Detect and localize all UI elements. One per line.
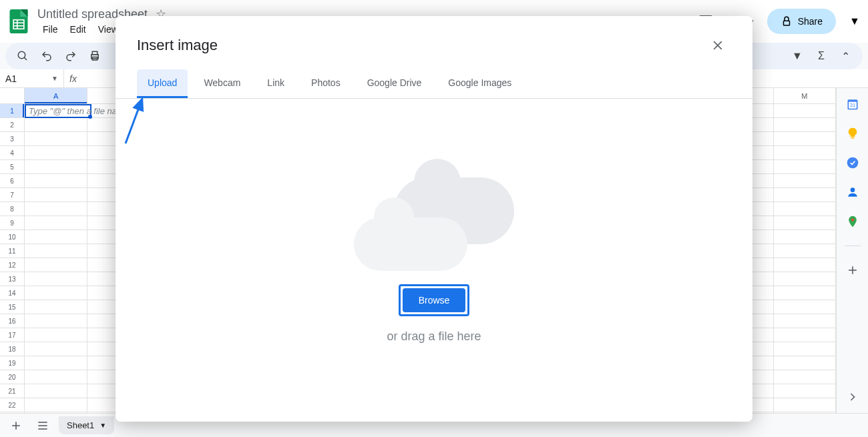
browse-button-highlight: Browse [399, 284, 470, 316]
tab-google-drive[interactable]: Google Drive [357, 69, 433, 98]
modal-title: Insert image [137, 37, 218, 54]
modal-tabs: Upload Webcam Link Photos Google Drive G… [116, 69, 752, 99]
tab-webcam[interactable]: Webcam [193, 69, 251, 98]
tab-upload[interactable]: Upload [137, 69, 188, 98]
insert-image-modal: Insert image Upload Webcam Link Photos G… [116, 16, 752, 422]
modal-body[interactable]: Browse or drag a file here [116, 99, 752, 422]
tab-google-images[interactable]: Google Images [437, 69, 522, 98]
drag-text: or drag a file here [387, 330, 481, 344]
browse-button[interactable]: Browse [403, 288, 466, 312]
cloud-illustration [354, 177, 514, 271]
modal-header: Insert image [116, 16, 752, 69]
tab-photos[interactable]: Photos [300, 69, 351, 98]
close-button[interactable] [704, 32, 731, 59]
tab-link[interactable]: Link [256, 69, 295, 98]
close-icon [711, 39, 724, 52]
modal-overlay: Insert image Upload Webcam Link Photos G… [0, 0, 868, 437]
